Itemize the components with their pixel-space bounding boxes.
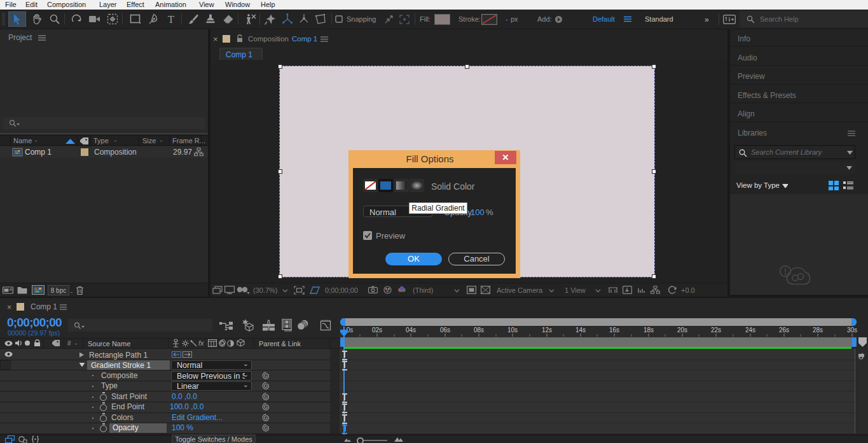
svg-text:T: T: [168, 14, 175, 25]
